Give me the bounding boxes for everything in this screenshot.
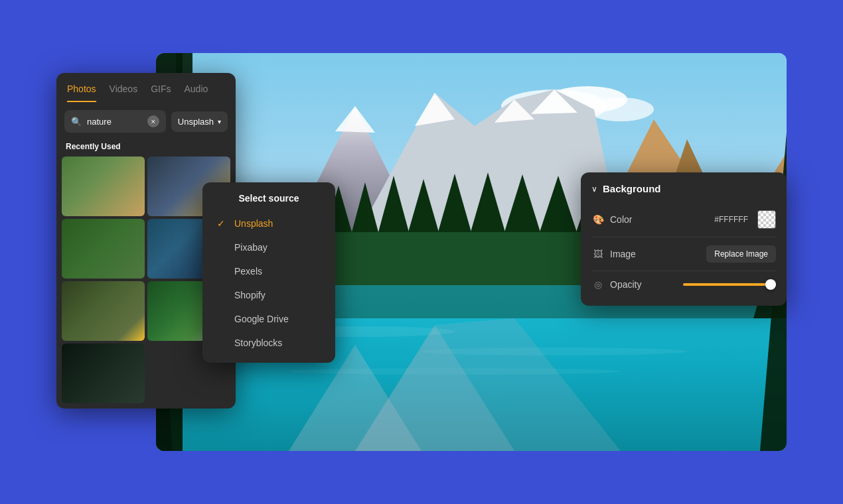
color-value[interactable]: #FFFFFF [714,215,748,224]
source-arrow-icon: ▾ [218,118,221,125]
divider-1 [591,237,776,237]
tab-gifs[interactable]: GIFs [151,84,171,102]
search-row: 🔍 nature × Unsplash ▾ [64,110,228,133]
image-label: Image [610,249,701,259]
search-clear-button[interactable]: × [147,115,159,127]
source-option-label-storyblocks: Storyblocks [234,338,282,348]
background-panel: ∨ Background 🎨 Color #FFFFFF 🖼 Image Rep… [581,172,787,306]
divider-2 [591,271,776,271]
panel-title: Background [603,183,661,194]
search-value[interactable]: nature [87,117,112,127]
opacity-label: Opacity [610,279,678,290]
source-option-pixabay[interactable]: Pixabay [202,235,335,259]
source-option-label-shopify: Shopify [234,290,266,300]
panel-header: ∨ Background [591,183,776,194]
tabs-row: Photos Videos GIFs Audio [56,73,236,102]
source-option-unsplash[interactable]: ✓ Unsplash [202,212,335,235]
color-icon: 🎨 [591,214,605,225]
image-row: 🖼 Image Replace Image [591,240,776,268]
opacity-icon: ◎ [591,279,605,290]
opacity-slider-container [683,283,776,286]
opacity-slider-track[interactable] [683,283,776,286]
source-option-label-unsplash: Unsplash [234,218,273,229]
thumbnail-3[interactable] [62,219,145,279]
tab-videos[interactable]: Videos [110,84,138,102]
replace-image-button[interactable]: Replace Image [706,245,776,263]
source-option-shopify[interactable]: Shopify [202,283,335,307]
source-option-storyblocks[interactable]: Storyblocks [202,331,335,355]
thumbnail-7[interactable] [62,344,145,403]
source-selector-button[interactable]: Unsplash ▾ [171,111,228,132]
source-option-label-pixabay: Pixabay [234,242,268,253]
search-icon: 🔍 [71,117,82,127]
source-label: Unsplash [178,117,214,127]
recently-used-label: Recently Used [56,133,236,157]
color-label: Color [610,214,709,225]
source-option-label-googledrive: Google Drive [234,314,289,324]
tab-photos[interactable]: Photos [67,84,96,102]
thumbnail-1[interactable] [62,157,145,216]
search-box: 🔍 nature × [64,110,166,133]
dropdown-title: Select source [202,193,335,212]
check-icon: ✓ [216,218,226,229]
chevron-icon[interactable]: ∨ [591,184,597,194]
image-icon: 🖼 [591,249,605,259]
thumbnail-5[interactable] [62,281,145,341]
main-canvas: Photos Videos GIFs Audio 🔍 nature × Unsp… [56,53,787,451]
color-row: 🎨 Color #FFFFFF [591,205,776,234]
color-checker-swatch[interactable] [757,210,776,229]
opacity-row: ◎ Opacity [591,274,776,295]
source-dropdown: Select source ✓ Unsplash Pixabay Pexels … [202,182,335,363]
source-option-pexels[interactable]: Pexels [202,259,335,283]
source-option-label-pexels: Pexels [234,266,262,277]
source-option-googledrive[interactable]: Google Drive [202,307,335,331]
opacity-slider-thumb[interactable] [765,279,776,290]
tab-audio[interactable]: Audio [185,84,208,102]
svg-point-3 [587,97,654,121]
